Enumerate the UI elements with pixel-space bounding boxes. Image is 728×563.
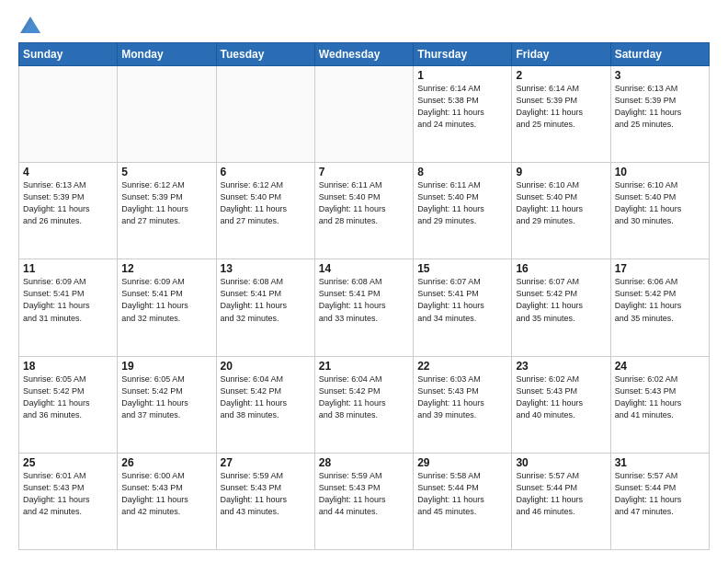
day-info: Sunrise: 5:59 AM Sunset: 5:43 PM Dayligh… (319, 470, 409, 518)
calendar-cell: 24Sunrise: 6:02 AM Sunset: 5:43 PM Dayli… (610, 356, 709, 453)
calendar-cell: 8Sunrise: 6:11 AM Sunset: 5:40 PM Daylig… (414, 163, 512, 259)
day-info: Sunrise: 6:07 AM Sunset: 5:42 PM Dayligh… (516, 276, 606, 324)
calendar-cell (118, 66, 216, 163)
day-info: Sunrise: 6:06 AM Sunset: 5:42 PM Dayligh… (615, 276, 705, 324)
calendar-cell: 2Sunrise: 6:14 AM Sunset: 5:39 PM Daylig… (512, 66, 610, 163)
day-info: Sunrise: 6:07 AM Sunset: 5:41 PM Dayligh… (417, 276, 507, 324)
day-number: 31 (615, 456, 705, 469)
day-number: 13 (221, 262, 311, 275)
col-header-saturday: Saturday (610, 43, 709, 66)
calendar-cell: 27Sunrise: 5:59 AM Sunset: 5:43 PM Dayli… (216, 453, 314, 549)
day-number: 3 (615, 69, 705, 82)
calendar-cell: 5Sunrise: 6:12 AM Sunset: 5:39 PM Daylig… (118, 163, 216, 259)
day-info: Sunrise: 6:02 AM Sunset: 5:43 PM Dayligh… (516, 373, 606, 421)
day-number: 8 (417, 166, 507, 178)
day-info: Sunrise: 6:13 AM Sunset: 5:39 PM Dayligh… (23, 179, 113, 227)
calendar-cell: 3Sunrise: 6:13 AM Sunset: 5:39 PM Daylig… (610, 66, 709, 163)
day-number: 6 (221, 166, 311, 178)
day-info: Sunrise: 6:09 AM Sunset: 5:41 PM Dayligh… (121, 276, 211, 324)
day-info: Sunrise: 6:09 AM Sunset: 5:41 PM Dayligh… (23, 276, 113, 324)
calendar-cell: 11Sunrise: 6:09 AM Sunset: 5:41 PM Dayli… (19, 259, 118, 356)
day-number: 24 (615, 360, 705, 373)
day-info: Sunrise: 6:04 AM Sunset: 5:42 PM Dayligh… (221, 373, 311, 421)
calendar-cell: 30Sunrise: 5:57 AM Sunset: 5:44 PM Dayli… (512, 453, 610, 549)
day-number: 30 (516, 456, 606, 469)
calendar-cell (314, 66, 413, 163)
day-info: Sunrise: 6:05 AM Sunset: 5:42 PM Dayligh… (121, 373, 211, 421)
calendar-cell: 16Sunrise: 6:07 AM Sunset: 5:42 PM Dayli… (512, 259, 610, 356)
calendar-cell: 10Sunrise: 6:10 AM Sunset: 5:40 PM Dayli… (610, 163, 709, 259)
calendar-cell: 23Sunrise: 6:02 AM Sunset: 5:43 PM Dayli… (512, 356, 610, 453)
calendar-body: 1Sunrise: 6:14 AM Sunset: 5:38 PM Daylig… (19, 66, 710, 550)
day-info: Sunrise: 6:04 AM Sunset: 5:42 PM Dayligh… (319, 373, 409, 421)
col-header-thursday: Thursday (414, 43, 512, 66)
calendar-header-row: SundayMondayTuesdayWednesdayThursdayFrid… (19, 43, 710, 66)
calendar-cell: 22Sunrise: 6:03 AM Sunset: 5:43 PM Dayli… (414, 356, 512, 453)
page: SundayMondayTuesdayWednesdayThursdayFrid… (0, 0, 728, 563)
day-number: 5 (121, 166, 211, 178)
day-number: 16 (516, 262, 606, 275)
day-number: 12 (121, 262, 211, 275)
day-info: Sunrise: 6:01 AM Sunset: 5:43 PM Dayligh… (23, 470, 113, 518)
day-info: Sunrise: 5:57 AM Sunset: 5:44 PM Dayligh… (516, 470, 606, 518)
day-info: Sunrise: 6:11 AM Sunset: 5:40 PM Dayligh… (319, 179, 409, 227)
calendar-cell: 28Sunrise: 5:59 AM Sunset: 5:43 PM Dayli… (314, 453, 413, 549)
col-header-monday: Monday (118, 43, 216, 66)
calendar-week-2: 4Sunrise: 6:13 AM Sunset: 5:39 PM Daylig… (19, 163, 710, 259)
day-number: 28 (319, 456, 409, 469)
day-info: Sunrise: 6:13 AM Sunset: 5:39 PM Dayligh… (615, 83, 705, 131)
day-number: 18 (23, 360, 113, 373)
calendar-week-4: 18Sunrise: 6:05 AM Sunset: 5:42 PM Dayli… (19, 356, 710, 453)
calendar-cell: 15Sunrise: 6:07 AM Sunset: 5:41 PM Dayli… (414, 259, 512, 356)
day-info: Sunrise: 6:14 AM Sunset: 5:38 PM Dayligh… (417, 83, 507, 131)
calendar-cell: 1Sunrise: 6:14 AM Sunset: 5:38 PM Daylig… (414, 66, 512, 163)
calendar-cell: 9Sunrise: 6:10 AM Sunset: 5:40 PM Daylig… (512, 163, 610, 259)
day-info: Sunrise: 6:00 AM Sunset: 5:43 PM Dayligh… (121, 470, 211, 518)
logo (18, 17, 41, 33)
calendar-cell (216, 66, 314, 163)
calendar-cell: 18Sunrise: 6:05 AM Sunset: 5:42 PM Dayli… (19, 356, 118, 453)
day-number: 1 (417, 69, 507, 82)
day-info: Sunrise: 5:59 AM Sunset: 5:43 PM Dayligh… (221, 470, 311, 518)
day-info: Sunrise: 5:57 AM Sunset: 5:44 PM Dayligh… (615, 470, 705, 518)
day-info: Sunrise: 6:11 AM Sunset: 5:40 PM Dayligh… (417, 179, 507, 227)
logo-icon (20, 17, 40, 33)
day-info: Sunrise: 6:03 AM Sunset: 5:43 PM Dayligh… (417, 373, 507, 421)
calendar-cell: 21Sunrise: 6:04 AM Sunset: 5:42 PM Dayli… (314, 356, 413, 453)
day-number: 23 (516, 360, 606, 373)
day-number: 29 (417, 456, 507, 469)
day-number: 4 (23, 166, 113, 178)
col-header-friday: Friday (512, 43, 610, 66)
calendar-cell: 6Sunrise: 6:12 AM Sunset: 5:40 PM Daylig… (216, 163, 314, 259)
calendar-cell: 12Sunrise: 6:09 AM Sunset: 5:41 PM Dayli… (118, 259, 216, 356)
day-number: 21 (319, 360, 409, 373)
day-info: Sunrise: 6:02 AM Sunset: 5:43 PM Dayligh… (615, 373, 705, 421)
calendar-week-5: 25Sunrise: 6:01 AM Sunset: 5:43 PM Dayli… (19, 453, 710, 549)
calendar-table: SundayMondayTuesdayWednesdayThursdayFrid… (18, 42, 710, 550)
day-info: Sunrise: 6:05 AM Sunset: 5:42 PM Dayligh… (23, 373, 113, 421)
day-number: 19 (121, 360, 211, 373)
calendar-week-3: 11Sunrise: 6:09 AM Sunset: 5:41 PM Dayli… (19, 259, 710, 356)
col-header-wednesday: Wednesday (314, 43, 413, 66)
day-number: 22 (417, 360, 507, 373)
day-info: Sunrise: 6:08 AM Sunset: 5:41 PM Dayligh… (221, 276, 311, 324)
day-number: 27 (221, 456, 311, 469)
calendar-cell: 4Sunrise: 6:13 AM Sunset: 5:39 PM Daylig… (19, 163, 118, 259)
day-info: Sunrise: 6:12 AM Sunset: 5:40 PM Dayligh… (221, 179, 311, 227)
day-number: 26 (121, 456, 211, 469)
col-header-sunday: Sunday (19, 43, 118, 66)
day-number: 7 (319, 166, 409, 178)
day-info: Sunrise: 5:58 AM Sunset: 5:44 PM Dayligh… (417, 470, 507, 518)
day-number: 17 (615, 262, 705, 275)
day-info: Sunrise: 6:10 AM Sunset: 5:40 PM Dayligh… (516, 179, 606, 227)
calendar-cell: 19Sunrise: 6:05 AM Sunset: 5:42 PM Dayli… (118, 356, 216, 453)
calendar-week-1: 1Sunrise: 6:14 AM Sunset: 5:38 PM Daylig… (19, 66, 710, 163)
col-header-tuesday: Tuesday (216, 43, 314, 66)
calendar-cell: 17Sunrise: 6:06 AM Sunset: 5:42 PM Dayli… (610, 259, 709, 356)
day-info: Sunrise: 6:14 AM Sunset: 5:39 PM Dayligh… (516, 83, 606, 131)
calendar-cell: 13Sunrise: 6:08 AM Sunset: 5:41 PM Dayli… (216, 259, 314, 356)
day-number: 25 (23, 456, 113, 469)
day-number: 15 (417, 262, 507, 275)
day-number: 2 (516, 69, 606, 82)
day-number: 14 (319, 262, 409, 275)
